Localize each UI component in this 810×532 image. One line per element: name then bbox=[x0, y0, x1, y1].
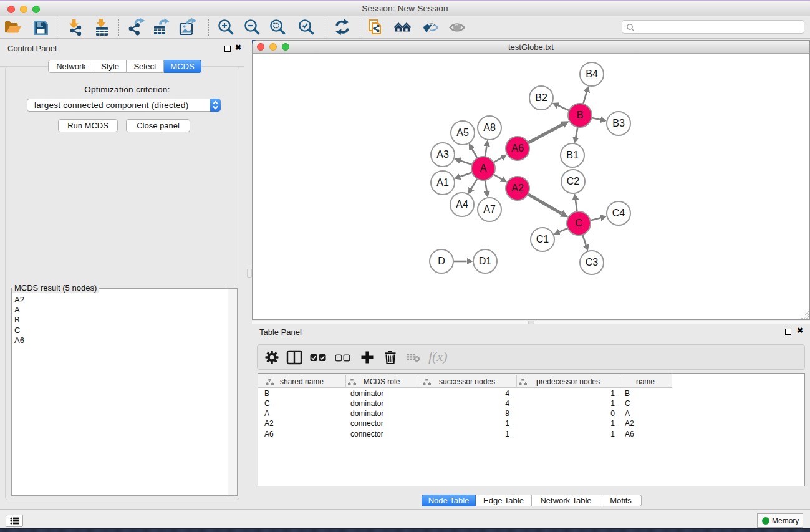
svg-text:C: C bbox=[575, 218, 582, 228]
svg-text:B4: B4 bbox=[586, 69, 598, 79]
svg-text:D1: D1 bbox=[479, 256, 492, 266]
svg-text:B1: B1 bbox=[566, 150, 579, 160]
svg-text:A5: A5 bbox=[456, 127, 469, 138]
svg-text:D: D bbox=[438, 256, 445, 266]
svg-text:A1: A1 bbox=[436, 177, 449, 188]
svg-text:B2: B2 bbox=[535, 92, 547, 103]
svg-text:A: A bbox=[480, 163, 487, 173]
svg-text:A7: A7 bbox=[483, 204, 496, 215]
svg-text:C1: C1 bbox=[536, 234, 549, 244]
svg-text:C4: C4 bbox=[612, 208, 625, 218]
svg-text:A4: A4 bbox=[456, 199, 468, 210]
svg-text:C2: C2 bbox=[567, 176, 580, 186]
svg-text:B: B bbox=[577, 110, 584, 120]
svg-text:A6: A6 bbox=[511, 143, 524, 153]
svg-text:A8: A8 bbox=[483, 122, 496, 133]
svg-text:B3: B3 bbox=[612, 118, 625, 128]
svg-text:A3: A3 bbox=[436, 149, 449, 160]
svg-text:C3: C3 bbox=[586, 257, 599, 268]
svg-text:A2: A2 bbox=[511, 183, 524, 193]
